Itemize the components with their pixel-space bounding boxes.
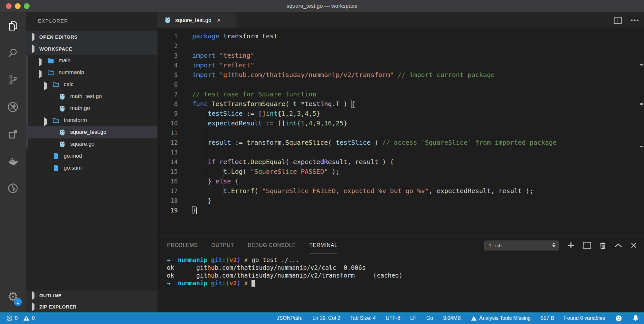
code-line-19: 19}	[157, 205, 644, 215]
tree-item-math-go[interactable]: math.go	[26, 103, 157, 114]
activitybar-search[interactable]	[0, 39, 26, 66]
go-gopher-icon	[59, 129, 66, 136]
tree-item-math_test-go[interactable]: math_test.go	[26, 91, 157, 103]
section-label: OPEN EDITORS	[39, 34, 78, 40]
split-editor-icon[interactable]	[614, 17, 622, 24]
code-line-5: 5import "github.com/thatisuday/nummanip/…	[157, 70, 644, 80]
status-item-label: Tab Size: 4	[350, 315, 376, 321]
code-editor[interactable]: 1package transform_test23import "testing…	[157, 28, 644, 237]
tree-item-square_test-go[interactable]: square_test.go	[26, 126, 157, 138]
line-number: 17	[157, 186, 178, 196]
split-terminal-icon[interactable]	[583, 242, 591, 249]
panel-tab-debug-console[interactable]: DEBUG CONSOLE	[248, 237, 296, 253]
close-panel-icon[interactable]	[630, 242, 637, 249]
panel-tab-problems[interactable]: PROBLEMS	[167, 237, 198, 253]
activitybar-explorer[interactable]	[0, 12, 26, 39]
status-item-ln-19-col-2[interactable]: Ln 19, Col 2	[312, 315, 340, 321]
code-line-6: 6	[157, 80, 644, 89]
notifications-bell-icon[interactable]	[632, 315, 639, 322]
line-number: 12	[157, 138, 178, 147]
settings-badge: 1	[14, 298, 22, 306]
status-item-tab-size-4[interactable]: Tab Size: 4	[350, 315, 376, 321]
folder-icon	[52, 117, 60, 124]
chevron-down-icon	[44, 119, 47, 125]
editor-area: square_test.go ✕ 1package transform_test…	[157, 12, 644, 312]
status-item-go[interactable]: Go	[426, 315, 433, 321]
section-workspace[interactable]: WORKSPACE	[26, 43, 157, 55]
status-item-jsonpath[interactable]: JSONPath:	[277, 315, 302, 321]
code-line-15: 15 t.Log( "SquareSlice PASSED" );	[157, 167, 644, 176]
maximize-panel-icon[interactable]	[614, 243, 622, 248]
section-open-editors[interactable]: OPEN EDITORS	[26, 31, 157, 43]
new-terminal-icon[interactable]	[567, 242, 574, 249]
errors-icon[interactable]	[6, 315, 13, 321]
bottom-panel: PROBLEMSOUTPUTDEBUG CONSOLETERMINAL 1: z…	[157, 237, 644, 312]
terminal-output[interactable]: → nummanip git:(v2) ✗ go test ./...ok gi…	[167, 256, 402, 287]
status-item-557-b[interactable]: 557 B	[541, 315, 554, 321]
code-line-12: 12 result := transform.SquareSlice( test…	[157, 138, 644, 147]
activitybar-debug-disabled[interactable]	[0, 93, 26, 121]
overview-ruler-mark	[640, 103, 643, 105]
line-number: 13	[157, 147, 178, 157]
tab-label: square_test.go	[175, 17, 211, 24]
titlebar[interactable]: square_test.go — workspace	[0, 0, 644, 12]
panel-tab-terminal[interactable]: TERMINAL	[309, 237, 337, 253]
tree-item-label: math.go	[70, 105, 90, 112]
tree-item-square-go[interactable]: square.go	[26, 138, 157, 150]
overview-ruler-mark	[640, 146, 643, 147]
section-label: OUTLINE	[39, 293, 62, 298]
go-gopher-icon	[164, 16, 171, 24]
tree-item-go-mod[interactable]: go.mod	[26, 150, 157, 162]
feedback-smiley-icon[interactable]	[615, 315, 622, 322]
status-item-utf-8[interactable]: UTF-8	[386, 315, 400, 321]
tab-square-test-go[interactable]: square_test.go ✕	[157, 12, 236, 28]
zoom-window-button[interactable]	[24, 3, 30, 9]
line-number: 10	[157, 118, 178, 128]
status-item-3-04mb[interactable]: 3.04MB	[443, 315, 461, 321]
section-label: ZIP EXPLORER	[39, 304, 77, 309]
activity-bar: ⚙ 1	[0, 12, 26, 312]
minimize-window-button[interactable]	[15, 3, 21, 9]
line-number: 16	[157, 176, 178, 186]
activitybar-settings[interactable]: ⚙ 1	[0, 285, 26, 308]
status-item-analysis-tools-missing[interactable]: Analysis Tools Missing	[471, 315, 531, 321]
section-outline[interactable]: OUTLINE	[26, 289, 157, 301]
tree-item-main[interactable]: main	[26, 55, 157, 67]
section-zip-explorer[interactable]: ZIP EXPLORER	[26, 301, 157, 312]
close-tab-icon[interactable]: ✕	[216, 17, 221, 23]
tab-bar: square_test.go ✕	[157, 12, 644, 28]
activitybar-source-control[interactable]	[0, 66, 26, 93]
chevron-down-icon	[44, 83, 47, 89]
folder-icon	[47, 69, 54, 76]
tree-item-calc[interactable]: calc	[26, 79, 157, 91]
tree-item-transform[interactable]: transform	[26, 114, 157, 126]
warnings-icon[interactable]	[23, 315, 30, 321]
sidebar-title: EXPLORER	[38, 18, 68, 24]
terminal-shell-select[interactable]: 1: zsh	[484, 241, 559, 250]
line-number: 15	[157, 167, 178, 176]
code-line-13: 13	[157, 147, 644, 157]
code-line-4: 4import "reflect"	[157, 60, 644, 70]
tree-item-go-sum[interactable]: go.sum	[26, 162, 157, 174]
tree-item-nummanip[interactable]: nummanip	[26, 67, 157, 79]
file-tree: main nummanip calc math_test.go math.go …	[26, 55, 157, 174]
activitybar-docker[interactable]	[0, 148, 26, 175]
panel-tab-output[interactable]: OUTPUT	[211, 237, 234, 253]
code-line-10: 10 expectedResult := []int{1,4,9,16,25}	[157, 118, 644, 128]
chevron-down-icon	[32, 46, 34, 52]
select-arrows-icon	[552, 242, 555, 247]
status-item-found-0-variables[interactable]: Found 0 variables	[564, 315, 605, 321]
more-actions-icon[interactable]	[630, 19, 639, 22]
line-number: 3	[157, 51, 178, 60]
activitybar-extensions[interactable]	[0, 121, 26, 148]
file-icon	[52, 152, 60, 160]
close-window-button[interactable]	[6, 3, 12, 9]
status-item-label: UTF-8	[386, 315, 400, 321]
vscode-window: square_test.go — workspace	[0, 0, 644, 324]
activitybar-custom-view[interactable]	[0, 175, 26, 202]
tree-item-label: go.mod	[64, 153, 82, 159]
tree-item-label: nummanip	[59, 69, 84, 76]
code-line-18: 18 }	[157, 196, 644, 205]
kill-terminal-trash-icon[interactable]	[600, 241, 606, 249]
status-item-lf[interactable]: LF	[410, 315, 416, 321]
